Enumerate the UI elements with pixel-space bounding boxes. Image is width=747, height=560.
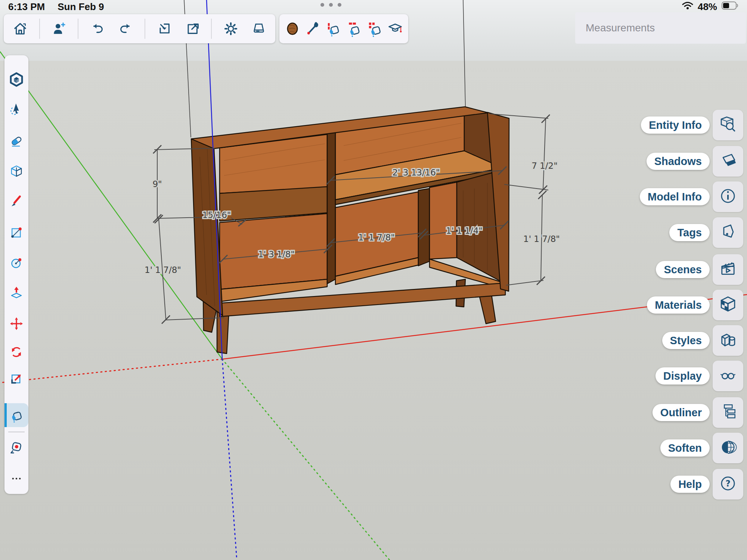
paint-single-button[interactable] [325,20,342,38]
dim-label: 9" [152,179,162,189]
tape-measure-tool[interactable] [9,440,24,456]
multitask-dots-icon[interactable] [320,3,341,7]
settings-button[interactable] [222,20,240,38]
dim-label: 1' 1 7/8" [145,265,181,275]
right-cubby-back [430,182,457,259]
model-info-icon-button[interactable] [713,181,743,212]
date: Sun Feb 9 [58,1,104,13]
undo-button[interactable] [89,20,106,38]
main-toolbar [4,14,275,43]
import-button[interactable] [155,20,173,38]
external-display-button[interactable] [250,20,268,38]
shadows-button[interactable]: Shadows [647,153,710,170]
rotate-tool[interactable] [9,344,24,360]
entity-info-icon-button[interactable] [713,110,743,140]
toolbar-divider [145,19,145,39]
toolbar-divider [39,19,40,39]
move-tool[interactable] [9,316,24,332]
right-panel-row: Materials [647,290,743,320]
center-stile [327,131,335,284]
measurements-input[interactable]: Measurements [575,12,746,44]
status-bar: 6:13 PM Sun Feb 9 48% [0,0,747,13]
instructor-button[interactable] [386,20,404,38]
clock: 6:13 PM [8,1,45,13]
push-pull-tool[interactable] [9,285,24,301]
palette-divider [8,432,25,432]
scenes-button[interactable]: Scenes [656,261,710,278]
right-panel-row: Help ? [670,469,743,500]
outliner-button[interactable]: Outliner [653,404,710,421]
measurements-placeholder: Measurements [586,22,655,34]
tags-button[interactable]: Tags [669,224,710,241]
outliner-icon-button[interactable] [713,397,743,428]
redo-button[interactable] [117,20,134,38]
styles-button[interactable]: Styles [662,332,710,349]
export-share-button[interactable] [183,20,201,38]
display-glasses-icon [718,365,738,386]
dim-label: 1' 1 1/4" [446,226,483,236]
paint-toolbar [279,14,408,43]
outliner-tree-icon [718,402,738,423]
styles-shapes-icon [718,330,738,351]
dim-label: 1' 1 7/8" [523,234,560,244]
wifi-icon [682,1,693,13]
right-panel-row: Styles [662,325,743,356]
more-tools-button[interactable] [9,471,24,486]
tags-icon-button[interactable] [713,217,743,248]
tag-icon [718,222,738,243]
paint-adjacent-button[interactable] [345,20,363,38]
eyedropper-sample-button[interactable] [304,20,322,38]
right-panel-row: Tags [669,217,743,248]
right-panel-row: Shadows [647,146,743,177]
scenes-clapperboard-icon [718,259,738,280]
dim-label: 7 1/2" [531,161,558,171]
materials-button[interactable]: Materials [647,296,710,314]
styles-icon-button[interactable] [713,325,743,356]
right-panel-row: Scenes [656,254,743,285]
model-viewport[interactable]: 9" 1' 1 7/8" 15/16" 2' 3 13/16" 7 1/2" 1… [0,0,747,560]
home-button[interactable] [11,20,29,38]
materials-cube-icon [718,295,738,315]
soften-button[interactable]: Soften [660,439,710,457]
circle-tool[interactable] [9,255,24,270]
line-tool[interactable] [9,193,24,209]
shadows-icon-button[interactable] [713,146,743,177]
entity-info-icon [718,115,738,136]
dim-label: 1' 3 1/8" [258,249,295,259]
help-button[interactable]: Help [670,476,710,493]
soften-icon-button[interactable] [713,433,743,463]
battery-percent: 48% [698,1,717,13]
right-panel-row: Entity Info [641,110,743,140]
rectangle-tool[interactable] [9,225,24,240]
dim-label: 1' 1 7/8" [358,233,395,242]
select-tool[interactable] [9,102,24,117]
right-panel-row: Model Info [640,181,743,212]
shapes-tool[interactable] [9,164,24,179]
soften-sphere-icon [718,438,738,458]
entity-info-button[interactable]: Entity Info [641,116,710,134]
active-material-swatch[interactable] [283,20,301,38]
toolbar-divider [211,19,212,39]
paint-object-button[interactable] [366,20,384,38]
battery-icon [722,1,739,13]
display-icon-button[interactable] [713,361,743,391]
add-collaborator-button[interactable] [50,20,68,38]
scenes-icon-button[interactable] [713,254,743,285]
scale-tool[interactable] [9,371,24,387]
toolbar-divider [78,19,78,39]
paint-tool[interactable] [9,407,24,423]
model-info-icon [718,186,738,207]
materials-icon-button[interactable] [713,290,743,320]
sketchup-logo-button[interactable] [9,72,24,87]
tool-palette [4,55,28,494]
help-icon-button[interactable]: ? [713,469,743,500]
right-panel-row: Outliner [653,397,743,428]
right-panel-row: Soften [660,433,743,463]
help-question-icon: ? [718,474,738,495]
dim-label: 15/16" [202,210,231,220]
model-info-button[interactable]: Model Info [640,188,710,205]
eraser-tool[interactable] [9,133,24,149]
shadows-icon [718,151,738,172]
display-button[interactable]: Display [655,367,710,385]
right-panel-row: Display [655,361,743,391]
